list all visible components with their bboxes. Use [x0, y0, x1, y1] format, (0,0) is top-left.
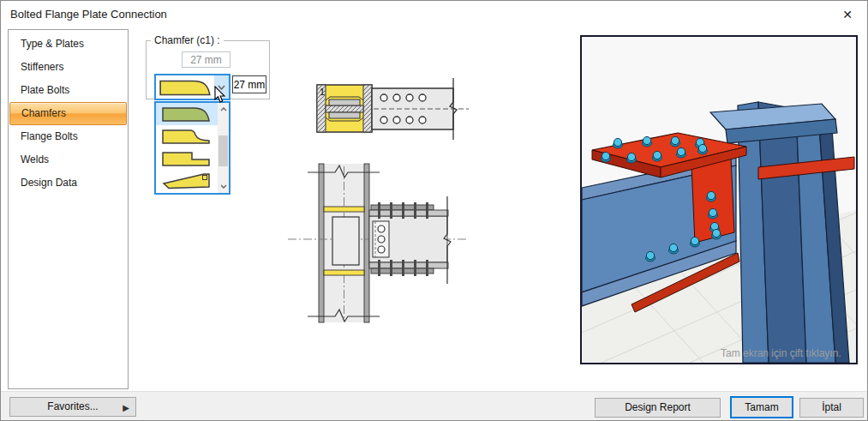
dialog-bolted-flange-plate-connection: Bolted Flange Plate Connection ✕ Type & … [0, 0, 868, 421]
sidebar-item-flange-bolts[interactable]: Flange Bolts [9, 125, 127, 148]
chamfer-group-label: Chamfer (c1) : [151, 34, 224, 46]
sidebar-item-type-plates[interactable]: Type & Plates [9, 33, 127, 56]
cancel-button[interactable]: İptal [799, 398, 864, 418]
round-chamfer-icon [161, 105, 211, 123]
ok-button[interactable]: Tamam [730, 396, 793, 418]
scroll-down-icon[interactable] [218, 181, 229, 192]
chamfer-value-readonly-input [182, 51, 230, 68]
sidebar-item-plate-bolts[interactable]: Plate Bolts [9, 79, 127, 102]
sidebar-item-design-data[interactable]: Design Data [9, 171, 127, 195]
dropdown-scrollbar[interactable] [218, 103, 229, 193]
favorites-button[interactable]: Favorites... ▶ [9, 397, 136, 417]
chamfer-option-step[interactable] [156, 147, 218, 170]
detail-label-1: 1 [320, 87, 325, 97]
chamfer-value-input[interactable] [232, 75, 266, 93]
sidebar-item-chamfers[interactable]: Chamfers [9, 102, 127, 125]
chamfer-shape-dropdown [154, 101, 230, 195]
favorites-expand-icon: ▶ [123, 398, 129, 418]
title-bar: Bolted Flange Plate Connection ✕ [1, 1, 867, 28]
footer-bar: Favorites... ▶ Design Report Tamam İptal [1, 391, 867, 421]
preview-3d-render [582, 37, 856, 363]
fullscreen-hint-text: Tam ekran için çift tıklayın. [721, 347, 841, 359]
preview-3d-viewport[interactable]: Tam ekran için çift tıklayın. [580, 35, 858, 364]
step-chamfer-icon [161, 150, 211, 167]
chamfer-option-concave[interactable] [156, 125, 218, 147]
scrollbar-thumb[interactable] [218, 135, 228, 166]
chamfer-option-round[interactable] [156, 103, 218, 125]
dialog-title: Bolted Flange Plate Connection [10, 8, 167, 21]
chamfer-option-taper[interactable] [156, 170, 218, 192]
favorites-label: Favorites... [47, 400, 98, 412]
sidebar-item-welds[interactable]: Welds [9, 148, 127, 171]
round-chamfer-icon [159, 78, 212, 97]
concave-chamfer-icon [161, 128, 211, 145]
cursor-icon [214, 86, 227, 104]
taper-chamfer-icon [161, 172, 211, 189]
scroll-up-icon[interactable] [218, 104, 229, 115]
sidebar: Type & Plates Stiffeners Plate Bolts Cha… [8, 29, 129, 389]
sidebar-item-stiffeners[interactable]: Stiffeners [9, 56, 127, 79]
connection-2d-drawing: 1 [284, 68, 481, 339]
design-report-button[interactable]: Design Report [595, 398, 721, 418]
close-icon[interactable]: ✕ [836, 5, 859, 24]
